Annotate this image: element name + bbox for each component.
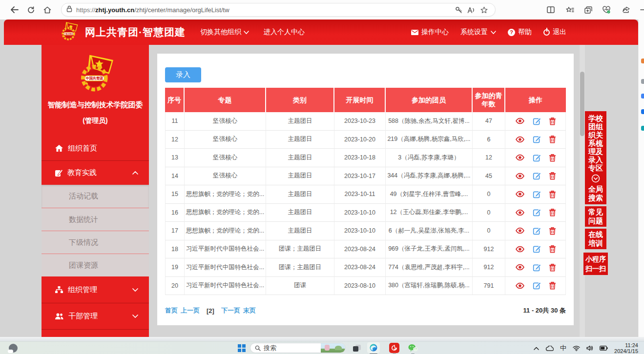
delete-icon[interactable] [549, 245, 556, 253]
delete-icon[interactable] [549, 135, 556, 143]
edit-icon[interactable] [533, 135, 541, 143]
page-prev-link[interactable]: 上一页 [181, 306, 200, 315]
windows-start-icon[interactable] [238, 344, 246, 352]
miniprogram-scan-badge[interactable]: 小程序扫一扫 [583, 253, 608, 275]
split-screen-icon[interactable] [544, 4, 557, 16]
delete-icon[interactable] [549, 190, 556, 198]
share-icon[interactable] [620, 4, 632, 16]
delete-icon[interactable] [549, 263, 556, 272]
clock[interactable]: 11:24 2024/1/15 [614, 342, 638, 354]
sidebar-item-cadre-management[interactable]: 干部管理 [42, 303, 149, 329]
entry-button[interactable]: 录入 [165, 67, 201, 82]
collections-icon[interactable] [582, 4, 595, 16]
edit-icon[interactable] [533, 245, 541, 253]
edit-icon[interactable] [533, 154, 541, 162]
back-icon[interactable] [6, 3, 22, 17]
wifi-icon[interactable] [573, 346, 580, 351]
view-icon[interactable] [515, 264, 525, 271]
cell-operations [505, 185, 566, 204]
view-icon[interactable] [515, 209, 525, 216]
view-icon[interactable] [515, 246, 525, 253]
more-menu-icon[interactable] [637, 4, 644, 16]
delete-icon[interactable] [549, 172, 556, 180]
delete-icon[interactable] [549, 208, 556, 216]
netease-music-icon[interactable] [389, 343, 399, 353]
sidebar-item-member-management[interactable]: 团员管理 [42, 329, 149, 337]
view-icon[interactable] [515, 191, 525, 197]
home-icon[interactable] [39, 3, 56, 17]
favorite-star-icon[interactable] [478, 4, 490, 15]
refresh-icon[interactable] [22, 3, 39, 17]
switch-org-menu[interactable]: 切换其他组织 [200, 28, 249, 37]
password-key-icon[interactable] [452, 4, 465, 15]
edit-icon[interactable] [533, 227, 541, 235]
view-icon[interactable] [515, 173, 525, 179]
delete-icon[interactable] [549, 154, 556, 162]
cell-operations [505, 204, 566, 222]
edit-icon[interactable] [533, 208, 541, 216]
page-last-link[interactable]: 末页 [243, 306, 256, 315]
delete-icon[interactable] [549, 117, 556, 125]
page-scrollbar-thumb[interactable] [580, 72, 584, 136]
read-aloud-icon[interactable] [465, 4, 478, 15]
edit-icon[interactable] [533, 281, 541, 290]
col-header-members: 参加的团员 [386, 88, 473, 112]
operation-center-link[interactable]: 操作中心 [411, 28, 449, 37]
volume-icon[interactable] [586, 345, 593, 351]
sidebar-subitem-data-statistics[interactable]: 数据统计 [42, 208, 149, 231]
org-role: (管理员) [42, 117, 149, 125]
view-icon[interactable] [515, 118, 525, 124]
edit-icon[interactable] [533, 172, 541, 180]
view-icon[interactable] [515, 154, 525, 161]
edge-sidebar-icon[interactable] [641, 94, 644, 98]
sidebar-item-org-home[interactable]: 组织首页 [42, 136, 149, 160]
onedrive-cloud-icon[interactable] [545, 346, 554, 351]
wechat-icon[interactable] [408, 343, 418, 353]
school-org-zone-badge[interactable]: 学校团组织关系梳理及录入专区 [585, 111, 606, 186]
favorites-bar-icon[interactable] [563, 4, 576, 16]
content-panel: 录入 序号 专题 类别 开展时间 参加的团员 参加的青年数 操作 11 坚强核心… [157, 54, 574, 325]
page-next-link[interactable]: 下一页 [221, 306, 240, 315]
address-bar[interactable]: https://zhtj.youth.cn/zhtj/center/manage… [61, 3, 496, 17]
sidebar-item-org-management[interactable]: 组织管理 [42, 276, 149, 303]
widgets-weather-icon[interactable] [9, 344, 18, 353]
logout-link[interactable]: 退出 [543, 28, 566, 37]
sidebar-subitem-activity-records[interactable]: 活动记载 [42, 185, 149, 208]
cell-youth-count: 6 [473, 131, 505, 149]
sidebar-subitem-subordinate-status[interactable]: 下级情况 [42, 231, 149, 254]
faq-badge[interactable]: 常见问题 [585, 206, 606, 227]
ime-indicator[interactable]: 中 [560, 344, 566, 353]
help-link[interactable]: ? 帮助 [508, 28, 532, 37]
edit-icon[interactable] [533, 263, 541, 272]
edge-browser-icon[interactable] [367, 342, 380, 353]
lock-icon [66, 5, 72, 14]
task-view-icon[interactable] [353, 345, 361, 352]
edge-sidebar-icon[interactable] [641, 79, 644, 84]
view-icon[interactable] [515, 227, 525, 234]
edge-sidebar-icon[interactable] [641, 126, 644, 131]
browser-essentials-icon[interactable] [600, 4, 613, 16]
view-icon[interactable] [515, 136, 525, 143]
edit-icon[interactable] [533, 117, 541, 125]
edit-icon[interactable] [533, 190, 541, 198]
page-first-link[interactable]: 首页 [165, 306, 178, 315]
global-search-badge[interactable]: 全局搜索 [585, 183, 606, 204]
delete-icon[interactable] [549, 281, 556, 290]
taskbar-search-label: 搜索 [264, 344, 321, 353]
edge-sidebar-icon[interactable] [641, 109, 644, 114]
personal-center-link[interactable]: 进入个人中心 [264, 28, 305, 37]
cell-operations [505, 149, 566, 167]
pencil-square-icon [55, 169, 62, 177]
sidebar-subitem-league-class-resources[interactable]: 团课资源 [42, 254, 149, 276]
cell-index: 12 [165, 131, 185, 149]
battery-icon[interactable] [600, 346, 608, 351]
system-settings-menu[interactable]: 系统设置 [460, 28, 496, 37]
sidebar-item-education-practice[interactable]: 教育实践 [42, 160, 149, 185]
tray-expand-icon[interactable] [534, 347, 539, 350]
edge-sidebar-icon[interactable] [641, 59, 644, 63]
online-training-badge[interactable]: 在线培训 [585, 229, 606, 249]
cell-index: 19 [165, 258, 185, 277]
delete-icon[interactable] [549, 227, 556, 235]
view-icon[interactable] [515, 282, 525, 289]
taskbar-search-box[interactable]: 搜索 [250, 343, 346, 353]
